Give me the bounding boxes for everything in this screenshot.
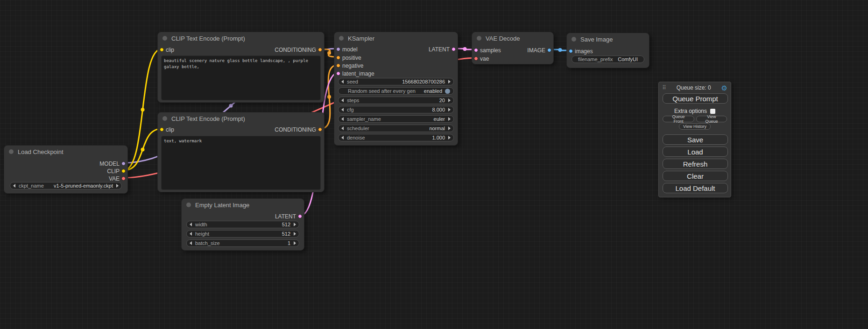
decrement-arrow-icon[interactable] <box>341 80 344 84</box>
settings-gear-icon[interactable]: ⚙ <box>721 84 727 91</box>
increment-arrow-icon[interactable] <box>116 184 119 188</box>
node-title-bar[interactable]: Save Image <box>567 33 649 45</box>
cfg-widget[interactable]: cfg 8.000 <box>338 106 454 113</box>
clip-output-dot[interactable] <box>121 169 126 173</box>
seed-widget[interactable]: seed 156680208700286 <box>338 78 454 85</box>
batch-size-widget[interactable]: batch_size 1 <box>186 239 299 247</box>
view-history-button[interactable]: View History <box>679 123 711 130</box>
extra-options-checkbox[interactable] <box>710 109 715 114</box>
increment-arrow-icon[interactable] <box>294 241 296 245</box>
node-title-bar[interactable]: Load Checkpoint <box>4 146 127 158</box>
decrement-arrow-icon[interactable] <box>190 223 192 226</box>
positive-prompt-textarea[interactable]: beautiful scenery nature glass bottle la… <box>161 56 321 100</box>
node-empty-latent-image[interactable]: Empty Latent Image LATENT width 512 heig… <box>181 198 304 251</box>
positive-input-dot[interactable] <box>336 56 340 60</box>
increment-arrow-icon[interactable] <box>448 136 451 140</box>
decrement-arrow-icon[interactable] <box>13 184 15 188</box>
conditioning-output-dot[interactable] <box>318 127 322 132</box>
increment-arrow-icon[interactable] <box>448 98 451 102</box>
filename-prefix-widget[interactable]: filename_prefix ComfyUI <box>572 56 644 63</box>
scheduler-widget[interactable]: scheduler normal <box>338 125 454 132</box>
queue-front-button[interactable]: Queue Front <box>663 116 694 122</box>
input-slot-images: images <box>567 47 593 55</box>
link-midpoint-dot[interactable] <box>141 108 145 112</box>
node-clip-text-encode-positive[interactable]: CLIP Text Encode (Prompt) clip CONDITION… <box>157 32 325 103</box>
decrement-arrow-icon[interactable] <box>341 117 344 121</box>
node-title: KSampler <box>348 35 374 42</box>
link-midpoint-dot[interactable] <box>141 148 145 152</box>
node-vae-decode[interactable]: VAE Decode samples vae IMAGE <box>472 32 554 64</box>
negative-input-dot[interactable] <box>336 63 340 68</box>
latent-output-dot[interactable] <box>298 214 302 218</box>
height-widget[interactable]: height 512 <box>186 230 299 238</box>
vae-output-dot[interactable] <box>121 176 126 181</box>
collapse-dot-icon[interactable] <box>572 37 576 42</box>
steps-widget[interactable]: steps 20 <box>338 97 454 104</box>
node-title-bar[interactable]: VAE Decode <box>472 32 553 44</box>
collapse-dot-icon[interactable] <box>162 116 167 121</box>
view-queue-button[interactable]: View Queue <box>696 116 727 122</box>
collapse-dot-icon[interactable] <box>477 36 481 41</box>
queue-mini-buttons-row: Queue Front View Queue <box>663 116 727 122</box>
toggle-knob-icon[interactable] <box>445 89 450 94</box>
link-midpoint-dot[interactable] <box>463 47 467 51</box>
vae-input-dot[interactable] <box>474 56 478 61</box>
save-button[interactable]: Save <box>663 134 728 145</box>
slot-label: clip <box>166 126 174 133</box>
collapse-dot-icon[interactable] <box>9 149 14 154</box>
model-input-dot[interactable] <box>336 47 340 51</box>
decrement-arrow-icon[interactable] <box>341 136 344 140</box>
decrement-arrow-icon[interactable] <box>190 241 192 245</box>
image-output-dot[interactable] <box>547 48 551 52</box>
node-title-bar[interactable]: Empty Latent Image <box>182 199 304 211</box>
negative-prompt-textarea[interactable]: text, watermark <box>161 136 321 190</box>
increment-arrow-icon[interactable] <box>294 223 296 226</box>
increment-arrow-icon[interactable] <box>448 126 451 130</box>
decrement-arrow-icon[interactable] <box>190 232 192 236</box>
random-seed-toggle-widget[interactable]: Random seed after every gen enabled <box>338 87 454 95</box>
link-midpoint-dot[interactable] <box>229 104 233 108</box>
link-midpoint-dot[interactable] <box>327 95 331 99</box>
link-midpoint-dot[interactable] <box>327 51 331 55</box>
drag-handle-icon[interactable]: ⠿ <box>662 84 666 91</box>
increment-arrow-icon[interactable] <box>448 117 451 121</box>
increment-arrow-icon[interactable] <box>294 232 296 236</box>
ckpt-name-widget[interactable]: ckpt_name v1-5-pruned-emaonly.ckpt <box>10 182 122 189</box>
comfyui-canvas[interactable]: { "colors": { "MODEL": "#B39DDB", "CLIP"… <box>0 0 868 329</box>
clip-input-dot[interactable] <box>160 48 164 52</box>
node-title-bar[interactable]: CLIP Text Encode (Prompt) <box>158 112 324 125</box>
clip-input-dot[interactable] <box>160 127 164 132</box>
input-slot-clip: clip <box>158 46 174 54</box>
node-clip-text-encode-negative[interactable]: CLIP Text Encode (Prompt) clip CONDITION… <box>157 112 325 192</box>
increment-arrow-icon[interactable] <box>448 108 451 112</box>
collapse-dot-icon[interactable] <box>186 203 191 207</box>
decrement-arrow-icon[interactable] <box>341 108 344 112</box>
samples-input-dot[interactable] <box>474 48 478 52</box>
widget-label: ckpt_name <box>19 183 44 189</box>
latent-image-input-dot[interactable] <box>336 71 340 76</box>
refresh-button[interactable]: Refresh <box>663 159 728 169</box>
sampler-name-widget[interactable]: sampler_name euler <box>338 115 454 123</box>
queue-prompt-button[interactable]: Queue Prompt <box>663 93 728 104</box>
images-input-dot[interactable] <box>569 49 573 53</box>
decrement-arrow-icon[interactable] <box>341 98 344 102</box>
load-button[interactable]: Load <box>663 147 728 157</box>
collapse-dot-icon[interactable] <box>162 36 167 41</box>
decrement-arrow-icon[interactable] <box>341 126 344 130</box>
increment-arrow-icon[interactable] <box>448 80 451 84</box>
width-widget[interactable]: width 512 <box>186 221 299 228</box>
node-ksampler[interactable]: KSampler model positive negative latent_… <box>334 32 458 146</box>
node-title-bar[interactable]: CLIP Text Encode (Prompt) <box>158 32 324 44</box>
model-output-dot[interactable] <box>121 161 126 166</box>
load-default-button[interactable]: Load Default <box>663 183 728 193</box>
slot-label: IMAGE <box>527 47 545 54</box>
clear-button[interactable]: Clear <box>663 171 728 181</box>
node-load-checkpoint[interactable]: Load Checkpoint MODEL CLIP VAE ckpt_name… <box>4 145 128 194</box>
link-midpoint-dot[interactable] <box>558 48 562 52</box>
collapse-dot-icon[interactable] <box>339 36 344 41</box>
conditioning-output-dot[interactable] <box>318 48 322 52</box>
node-save-image[interactable]: Save Image images filename_prefix ComfyU… <box>566 33 649 68</box>
latent-output-dot[interactable] <box>452 47 456 51</box>
node-title-bar[interactable]: KSampler <box>334 32 458 44</box>
denoise-widget[interactable]: denoise 1.000 <box>338 134 454 141</box>
